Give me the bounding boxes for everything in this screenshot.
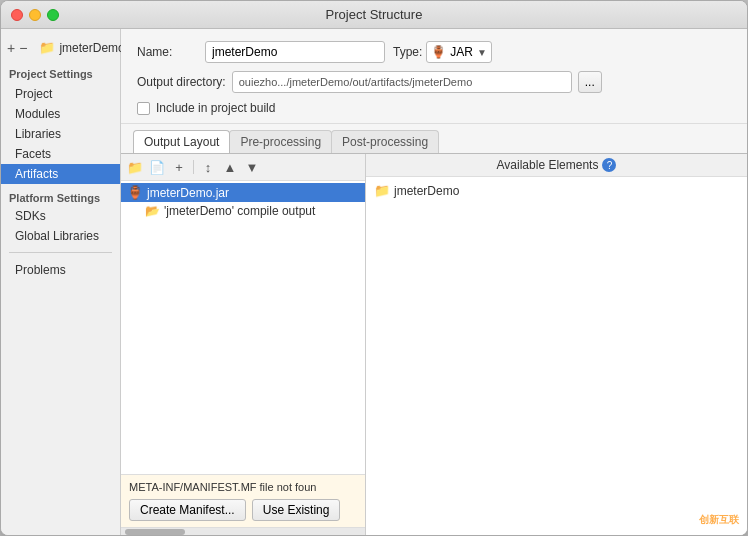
elements-panel: Available Elements ? 📁 jmeterDemo [366, 154, 747, 535]
sidebar-toolbar: + − 📁 jmeterDemo [1, 33, 120, 62]
alert-message: META-INF/MANIFEST.MF file not foun [129, 481, 357, 493]
panel-area: 📁 📄 + ↕ ▲ ▼ 🏺 jmeterDemo.jar [121, 153, 747, 535]
type-label: Type: [393, 45, 422, 59]
tab-pre-processing[interactable]: Pre-processing [229, 130, 332, 153]
folder-icon[interactable]: 📁 [125, 157, 145, 177]
project-nav: Project Modules Libraries Facets Artifac… [1, 82, 120, 186]
scroll-thumb[interactable] [125, 529, 185, 535]
artifact-tree: 🏺 jmeterDemo.jar 📂 'jmeterDemo' compile … [121, 181, 365, 474]
sidebar-item-modules[interactable]: Modules [1, 104, 120, 124]
tree-item-compile-output[interactable]: 📂 'jmeterDemo' compile output [121, 202, 365, 220]
alert-buttons: Create Manifest... Use Existing [129, 499, 357, 521]
form-area: Name: Type: 🏺 JAR ▼ Output directory: [121, 29, 747, 124]
move-down-button[interactable]: ▼ [242, 157, 262, 177]
add-button[interactable]: + [7, 39, 15, 57]
jar-icon: 🏺 [431, 45, 446, 59]
folder-compile-icon: 📂 [145, 204, 160, 218]
name-input[interactable] [205, 41, 385, 63]
tab-output-layout[interactable]: Output Layout [133, 130, 230, 153]
sidebar-item-problems[interactable]: Problems [1, 259, 120, 281]
project-settings-section: Project Settings [1, 62, 120, 82]
sidebar-item-project[interactable]: Project [1, 84, 120, 104]
use-existing-button[interactable]: Use Existing [252, 499, 341, 521]
horizontal-scrollbar[interactable] [121, 527, 365, 535]
type-select[interactable]: 🏺 JAR ▼ [426, 41, 492, 63]
alert-area: META-INF/MANIFEST.MF file not foun Creat… [121, 474, 365, 527]
tree-item-jar[interactable]: 🏺 jmeterDemo.jar [121, 183, 365, 202]
sidebar-item-sdks[interactable]: SDKs [1, 206, 120, 226]
browse-button[interactable]: ... [578, 71, 602, 93]
project-item[interactable]: 📁 jmeterDemo [31, 37, 132, 58]
output-path-input[interactable] [232, 71, 572, 93]
sidebar-item-facets[interactable]: Facets [1, 144, 120, 164]
elements-tree: 📁 jmeterDemo [366, 177, 747, 535]
elements-header: Available Elements ? [366, 154, 747, 177]
sidebar-divider [9, 252, 112, 253]
watermark: 创新互联 [699, 513, 739, 527]
window-controls [11, 9, 59, 21]
platform-settings-section: Platform Settings [1, 186, 120, 206]
minimize-button[interactable] [29, 9, 41, 21]
maximize-button[interactable] [47, 9, 59, 21]
tree-item-compile-label: 'jmeterDemo' compile output [164, 204, 315, 218]
checkbox-row: Include in project build [137, 101, 731, 115]
artifact-panel: 📁 📄 + ↕ ▲ ▼ 🏺 jmeterDemo.jar [121, 154, 366, 535]
file-icon[interactable]: 📄 [147, 157, 167, 177]
move-up-button[interactable]: ▲ [220, 157, 240, 177]
create-manifest-button[interactable]: Create Manifest... [129, 499, 246, 521]
include-label: Include in project build [156, 101, 275, 115]
main-area: + − 📁 jmeterDemo Project Settings Projec… [1, 29, 747, 535]
artifact-toolbar: 📁 📄 + ↕ ▲ ▼ [121, 154, 365, 181]
type-area: Type: 🏺 JAR ▼ [393, 41, 492, 63]
project-item-label: jmeterDemo [59, 41, 124, 55]
element-item-jmeterdemo[interactable]: 📁 jmeterDemo [370, 181, 743, 200]
content-area: Name: Type: 🏺 JAR ▼ Output directory: [121, 29, 747, 535]
element-folder-icon: 📁 [374, 183, 390, 198]
project-icon: 📁 [39, 40, 55, 55]
tree-item-jar-label: jmeterDemo.jar [147, 186, 229, 200]
sidebar: + − 📁 jmeterDemo Project Settings Projec… [1, 29, 121, 535]
sidebar-item-artifacts[interactable]: Artifacts [1, 164, 120, 184]
sidebar-item-global-libraries[interactable]: Global Libraries [1, 226, 120, 246]
name-row: Name: Type: 🏺 JAR ▼ [137, 41, 731, 63]
tab-post-processing[interactable]: Post-processing [331, 130, 439, 153]
include-checkbox[interactable] [137, 102, 150, 115]
add-artifact-btn[interactable]: + [169, 157, 189, 177]
remove-button[interactable]: − [19, 39, 27, 57]
jar-text: JAR [450, 45, 473, 59]
toolbar-separator [193, 160, 194, 174]
elements-title: Available Elements [497, 158, 599, 172]
element-item-label: jmeterDemo [394, 184, 459, 198]
chevron-down-icon: ▼ [477, 47, 487, 58]
output-label: Output directory: [137, 75, 226, 89]
tabs-row: Output Layout Pre-processing Post-proces… [121, 124, 747, 153]
titlebar: Project Structure [1, 1, 747, 29]
sort-button[interactable]: ↕ [198, 157, 218, 177]
sidebar-item-libraries[interactable]: Libraries [1, 124, 120, 144]
window-title: Project Structure [326, 7, 423, 22]
jar-file-icon: 🏺 [127, 185, 143, 200]
output-row: Output directory: ... [137, 71, 731, 93]
name-label: Name: [137, 45, 197, 59]
help-icon[interactable]: ? [602, 158, 616, 172]
close-button[interactable] [11, 9, 23, 21]
